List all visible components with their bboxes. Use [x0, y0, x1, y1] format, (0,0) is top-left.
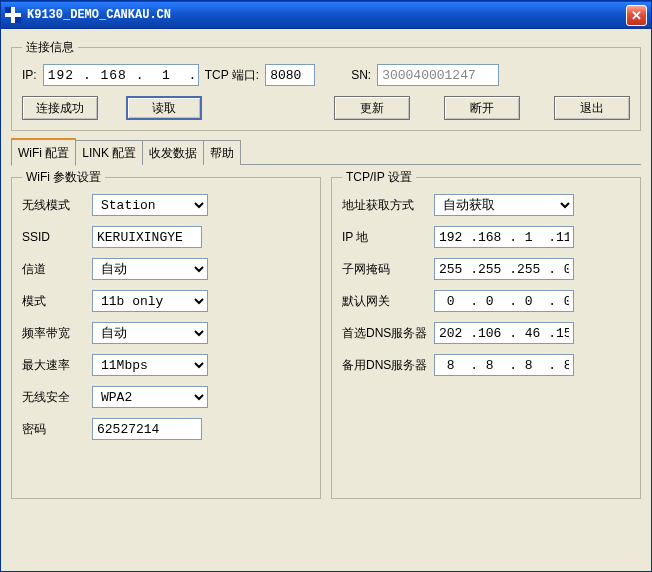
- ssid-input[interactable]: [92, 226, 202, 248]
- tab-underline: [240, 141, 641, 165]
- tab-panel: WiFi 参数设置 无线模式 Station SSID 信道 自动 模式 11b…: [11, 169, 641, 499]
- client-area: 连接信息 IP: TCP 端口: SN: 连接成功 读取 更新 断开 退出: [1, 29, 651, 571]
- password-label: 密码: [22, 421, 92, 438]
- connection-row: IP: TCP 端口: SN:: [22, 64, 630, 86]
- app-icon: [5, 7, 21, 23]
- dns2-input[interactable]: [434, 354, 574, 376]
- phy-mode-label: 模式: [22, 293, 92, 310]
- ssid-label: SSID: [22, 230, 92, 244]
- tab-bar: WiFi 配置 LINK 配置 收发数据 帮助: [11, 141, 641, 165]
- security-select[interactable]: WPA2: [92, 386, 208, 408]
- title-bar: K9130_DEMO_CANKAU.CN ✕: [1, 1, 651, 29]
- ip-addr-label: IP 地: [342, 229, 434, 246]
- password-input[interactable]: [92, 418, 202, 440]
- dns1-input[interactable]: [434, 322, 574, 344]
- sn-input: [377, 64, 499, 86]
- wireless-mode-label: 无线模式: [22, 197, 92, 214]
- wifi-legend: WiFi 参数设置: [22, 169, 105, 186]
- tab-wifi-config[interactable]: WiFi 配置: [11, 138, 76, 166]
- wifi-params-group: WiFi 参数设置 无线模式 Station SSID 信道 自动 模式 11b…: [11, 169, 321, 499]
- dns2-label: 备用DNS服务器: [342, 357, 434, 374]
- app-window: K9130_DEMO_CANKAU.CN ✕ 连接信息 IP: TCP 端口: …: [0, 0, 652, 572]
- max-rate-label: 最大速率: [22, 357, 92, 374]
- bandwidth-label: 频率带宽: [22, 325, 92, 342]
- tcpip-legend: TCP/IP 设置: [342, 169, 416, 186]
- max-rate-select[interactable]: 11Mbps: [92, 354, 208, 376]
- tcpip-group: TCP/IP 设置 地址获取方式 自动获取 IP 地 子网掩码 默认网关: [331, 169, 641, 499]
- bandwidth-select[interactable]: 自动: [92, 322, 208, 344]
- subnet-label: 子网掩码: [342, 261, 434, 278]
- port-label: TCP 端口:: [205, 67, 259, 84]
- exit-button[interactable]: 退出: [554, 96, 630, 120]
- sn-label: SN:: [351, 68, 371, 82]
- channel-select[interactable]: 自动: [92, 258, 208, 280]
- ip-input[interactable]: [43, 64, 199, 86]
- dns1-label: 首选DNS服务器: [342, 325, 434, 342]
- dhcp-label: 地址获取方式: [342, 197, 434, 214]
- read-button[interactable]: 读取: [126, 96, 202, 120]
- tab-link-config[interactable]: LINK 配置: [75, 140, 143, 165]
- ip-addr-input[interactable]: [434, 226, 574, 248]
- ip-label: IP:: [22, 68, 37, 82]
- disconnect-button[interactable]: 断开: [444, 96, 520, 120]
- gateway-label: 默认网关: [342, 293, 434, 310]
- connect-button[interactable]: 连接成功: [22, 96, 98, 120]
- security-label: 无线安全: [22, 389, 92, 406]
- tab-help[interactable]: 帮助: [203, 140, 241, 165]
- tab-txrx-data[interactable]: 收发数据: [142, 140, 204, 165]
- connection-legend: 连接信息: [22, 39, 78, 56]
- phy-mode-select[interactable]: 11b only: [92, 290, 208, 312]
- channel-label: 信道: [22, 261, 92, 278]
- update-button[interactable]: 更新: [334, 96, 410, 120]
- connection-buttons: 连接成功 读取 更新 断开 退出: [22, 96, 630, 120]
- subnet-input[interactable]: [434, 258, 574, 280]
- connection-group: 连接信息 IP: TCP 端口: SN: 连接成功 读取 更新 断开 退出: [11, 39, 641, 131]
- window-title: K9130_DEMO_CANKAU.CN: [27, 8, 626, 22]
- port-input[interactable]: [265, 64, 315, 86]
- gateway-input[interactable]: [434, 290, 574, 312]
- wireless-mode-select[interactable]: Station: [92, 194, 208, 216]
- dhcp-select[interactable]: 自动获取: [434, 194, 574, 216]
- close-icon[interactable]: ✕: [626, 5, 647, 26]
